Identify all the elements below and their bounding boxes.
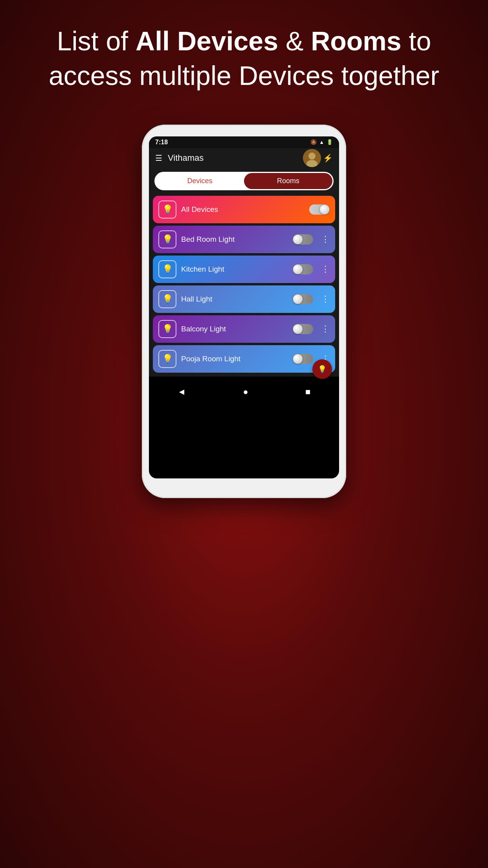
nav-bar: ◄ ● ■ xyxy=(149,383,339,399)
recent-button[interactable]: ■ xyxy=(305,387,310,397)
toggle-switch[interactable] xyxy=(293,264,313,274)
device-item[interactable]: 💡 All Devices xyxy=(153,196,335,223)
toggle-switch[interactable] xyxy=(293,324,313,334)
toggle-knob xyxy=(293,354,303,364)
bottom-area: 💡 ◄ ● ■ xyxy=(149,377,339,404)
device-icon-box: 💡 xyxy=(158,200,176,219)
context-menu-icon[interactable]: ⋮ xyxy=(321,234,330,245)
headline-bold2: Rooms xyxy=(311,26,401,56)
context-menu-icon[interactable]: ⋮ xyxy=(321,264,330,274)
toggle-switch[interactable] xyxy=(293,234,313,245)
device-icon-box: 💡 xyxy=(158,230,176,248)
device-name: Bed Room Light xyxy=(181,235,288,244)
fab-icon: 💡 xyxy=(318,365,327,373)
context-menu-icon[interactable]: ⋮ xyxy=(321,294,330,304)
toggle-switch[interactable] xyxy=(293,354,313,364)
device-item[interactable]: 💡 Pooja Room Light ⋮ xyxy=(153,345,335,373)
device-name: Pooja Room Light xyxy=(181,355,288,363)
app-bar: ☰ Vithamas ⚡ xyxy=(149,148,339,168)
tab-container: Devices Rooms xyxy=(154,172,334,190)
toggle-switch[interactable] xyxy=(293,294,313,304)
bluetooth-icon: ⚡ xyxy=(323,153,333,163)
tab-rooms[interactable]: Rooms xyxy=(244,173,332,189)
device-item[interactable]: 💡 Kitchen Light ⋮ xyxy=(153,256,335,283)
device-icon-box: 💡 xyxy=(158,290,176,308)
wifi-icon: ▲ xyxy=(319,139,324,145)
toggle-knob xyxy=(293,294,303,304)
bulb-icon: 💡 xyxy=(162,294,173,304)
toggle-knob xyxy=(293,265,303,274)
mute-icon: 🔕 xyxy=(310,139,317,145)
context-menu-icon[interactable]: ⋮ xyxy=(321,324,330,334)
device-item[interactable]: 💡 Bed Room Light ⋮ xyxy=(153,226,335,253)
headline: List of All Devices & Rooms toaccess mul… xyxy=(25,24,463,93)
status-bar: 7:18 🔕 ▲ 🔋 xyxy=(149,136,339,148)
device-name: Hall Light xyxy=(181,295,288,303)
svg-point-1 xyxy=(308,153,316,160)
bulb-icon: 💡 xyxy=(162,324,173,334)
bulb-icon: 💡 xyxy=(162,354,173,364)
home-button[interactable]: ● xyxy=(243,387,248,397)
tab-switcher: Devices Rooms xyxy=(149,168,339,196)
phone-screen: 7:18 🔕 ▲ 🔋 ☰ Vithamas ⚡ Device xyxy=(149,136,339,478)
headline-part2: & xyxy=(286,26,311,56)
headline-text: List of All Devices & Rooms toaccess mul… xyxy=(49,26,439,90)
tab-devices[interactable]: Devices xyxy=(156,173,244,189)
back-button[interactable]: ◄ xyxy=(178,387,186,397)
device-list: 💡 All Devices 💡 Bed Room Light ⋮ xyxy=(149,196,339,377)
app-title: Vithamas xyxy=(168,153,314,163)
bulb-icon: 💡 xyxy=(162,204,173,215)
device-icon-box: 💡 xyxy=(158,260,176,278)
toggle-switch[interactable] xyxy=(309,204,330,215)
toggle-knob xyxy=(320,205,329,214)
device-icon-box: 💡 xyxy=(158,350,176,368)
device-name: Kitchen Light xyxy=(181,265,288,274)
status-time: 7:18 xyxy=(155,139,168,146)
bulb-icon: 💡 xyxy=(162,264,173,274)
device-item[interactable]: 💡 Balcony Light ⋮ xyxy=(153,315,335,343)
headline-bold1: All Devices xyxy=(136,26,278,56)
hamburger-icon[interactable]: ☰ xyxy=(155,153,162,163)
status-icons: 🔕 ▲ 🔋 xyxy=(310,139,333,145)
bulb-icon: 💡 xyxy=(162,234,173,245)
device-name: Balcony Light xyxy=(181,325,288,333)
device-item[interactable]: 💡 Hall Light ⋮ xyxy=(153,285,335,313)
device-icon-box: 💡 xyxy=(158,320,176,338)
phone-frame: 7:18 🔕 ▲ 🔋 ☰ Vithamas ⚡ Device xyxy=(142,125,346,498)
fab-button[interactable]: 💡 xyxy=(312,359,332,379)
toggle-knob xyxy=(293,235,303,244)
battery-icon: 🔋 xyxy=(327,139,333,145)
device-name: All Devices xyxy=(181,205,305,214)
avatar xyxy=(303,149,321,167)
toggle-knob xyxy=(293,324,303,334)
